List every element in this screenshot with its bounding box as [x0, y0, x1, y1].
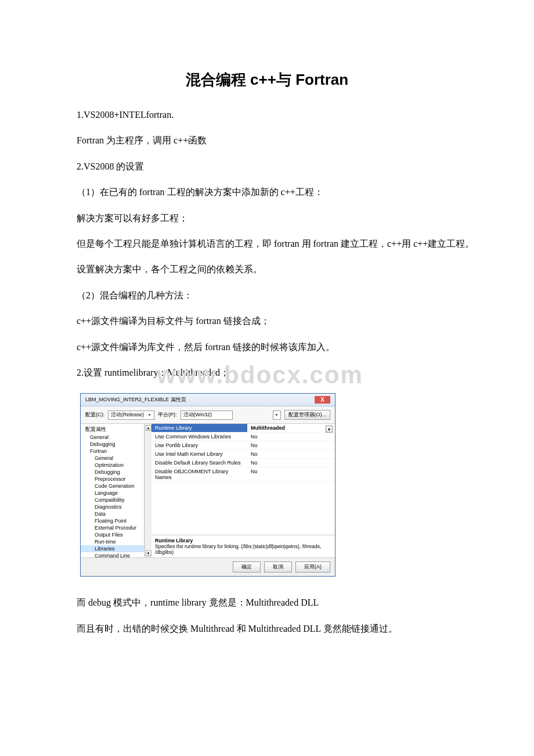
tree-node[interactable]: External Procedur: [81, 524, 144, 531]
tree-node[interactable]: Diagnostics: [81, 503, 144, 510]
platform-dropdown[interactable]: ▼: [273, 411, 281, 420]
property-description: Runtime Library Specifies the runtime li…: [151, 535, 335, 557]
scroll-down-icon[interactable]: ▼: [146, 550, 151, 556]
dialog-titlebar: LBM_MOVING_INTER2_FLEXIBLE 属性页 X: [81, 394, 335, 406]
property-name: Disable Default Library Search Rules: [151, 459, 247, 467]
tree-node[interactable]: Language: [81, 489, 144, 496]
property-row[interactable]: Runtime LibraryMultithreaded▼: [151, 424, 335, 433]
property-value[interactable]: No: [247, 467, 335, 481]
tree-node[interactable]: Debugging: [81, 469, 144, 476]
dialog-title-text: LBM_MOVING_INTER2_FLEXIBLE 属性页: [85, 396, 186, 404]
property-row[interactable]: Disable Default Library Search RulesNo: [151, 459, 335, 467]
tree-node[interactable]: Compatibility: [81, 496, 144, 503]
tree-node[interactable]: 配置属性: [81, 425, 144, 434]
property-value[interactable]: No: [247, 433, 335, 441]
desc-heading: Runtime Library: [155, 538, 331, 543]
body-text: 1.VS2008+INTELfortran.: [58, 106, 476, 124]
scroll-up-icon[interactable]: ▲: [146, 425, 151, 431]
cancel-button[interactable]: 取消: [264, 561, 292, 573]
chevron-down-icon: ▼: [147, 413, 151, 417]
tree-node[interactable]: Optimization: [81, 462, 144, 469]
body-text: 2.VS2008 的设置: [58, 158, 476, 175]
body-text: Fortran 为主程序，调用 c++函数: [58, 132, 476, 149]
body-text: 而且有时，出错的时候交换 Multithread 和 Multithreaded…: [58, 620, 476, 638]
platform-select[interactable]: 活动(Win32): [181, 411, 233, 420]
tree-node[interactable]: General: [81, 434, 144, 441]
body-text: 解决方案可以有好多工程；: [58, 210, 476, 227]
config-value: 活动(Release): [111, 411, 144, 419]
property-row[interactable]: Disable OBJCOMMENT Library NamesNo: [151, 467, 335, 482]
property-name: Disable OBJCOMMENT Library Names: [151, 467, 247, 481]
config-label: 配置(C):: [85, 411, 104, 419]
chevron-down-icon[interactable]: ▼: [326, 426, 333, 433]
apply-button[interactable]: 应用(A): [295, 561, 330, 573]
tree-node[interactable]: Output Files: [81, 531, 144, 538]
tree-node[interactable]: Floating Point: [81, 517, 144, 524]
property-name: Runtime Library: [151, 424, 247, 432]
property-grid: Runtime LibraryMultithreaded▼Use Common …: [151, 424, 335, 557]
body-text: 但是每个工程只能是单独计算机语言的工程，即 fortran 用 fortran …: [58, 235, 476, 253]
body-text: c++源文件编译为库文件，然后 fortran 链接的时候将该库加入。: [58, 339, 476, 356]
dialog-footer: 确定 取消 应用(A): [81, 557, 335, 576]
scrollbar[interactable]: ▲ ▼: [145, 424, 151, 557]
property-row[interactable]: Use Intel Math Kernel LibraryNo: [151, 450, 335, 459]
dialog-toolbar: 配置(C): 活动(Release) ▼ 平台(P): 活动(Win32) ▼ …: [81, 406, 335, 424]
config-manager-button[interactable]: 配置管理器(O)...: [284, 410, 331, 420]
close-icon[interactable]: X: [315, 396, 330, 404]
platform-value: 活动(Win32): [183, 411, 212, 419]
tree-node[interactable]: Code Generation: [81, 483, 144, 489]
property-name: Use Intel Math Kernel Library: [151, 450, 247, 458]
tree-node[interactable]: Command Line: [81, 552, 144, 557]
body-text: （1）在已有的 fortran 工程的解决方案中添加新的 c++工程：: [58, 183, 476, 201]
property-value[interactable]: Multithreaded▼: [247, 424, 335, 432]
property-value[interactable]: No: [247, 441, 335, 449]
chevron-down-icon: ▼: [275, 413, 279, 417]
nav-tree[interactable]: 配置属性GeneralDebuggingFortranGeneralOptimi…: [81, 424, 145, 557]
desc-text: Specifies the runtime library for linkin…: [155, 543, 331, 555]
tree-node[interactable]: Preprocessor: [81, 476, 144, 483]
tree-node[interactable]: General: [81, 455, 144, 462]
body-text: 而 debug 模式中，runtime library 竟然是：Multithr…: [58, 594, 476, 611]
tree-node[interactable]: Libraries: [81, 545, 144, 552]
body-text: 设置解决方案中，各个工程之间的依赖关系。: [58, 261, 476, 278]
body-text: （2）混合编程的几种方法：: [58, 287, 476, 304]
tree-node[interactable]: Run-time: [81, 538, 144, 545]
body-text: c++源文件编译为目标文件与 fortran 链接合成；: [58, 312, 476, 330]
property-row[interactable]: Use Portlib LibraryNo: [151, 441, 335, 450]
ok-button[interactable]: 确定: [233, 561, 261, 573]
property-value[interactable]: No: [247, 459, 335, 467]
property-row[interactable]: Use Common Windows LibrariesNo: [151, 433, 335, 441]
tree-node[interactable]: Debugging: [81, 441, 144, 448]
property-name: Use Common Windows Libraries: [151, 433, 247, 441]
platform-label: 平台(P):: [158, 411, 177, 419]
config-select[interactable]: 活动(Release) ▼: [108, 411, 154, 420]
page-title: 混合编程 c++与 Fortran: [58, 70, 476, 90]
tree-node[interactable]: Data: [81, 510, 144, 517]
property-value[interactable]: No: [247, 450, 335, 458]
body-text: 2.设置 runtimelibrary：Multithreaded；: [58, 364, 476, 381]
property-dialog: LBM_MOVING_INTER2_FLEXIBLE 属性页 X 配置(C): …: [80, 393, 335, 577]
tree-node[interactable]: Fortran: [81, 448, 144, 455]
property-name: Use Portlib Library: [151, 441, 247, 449]
